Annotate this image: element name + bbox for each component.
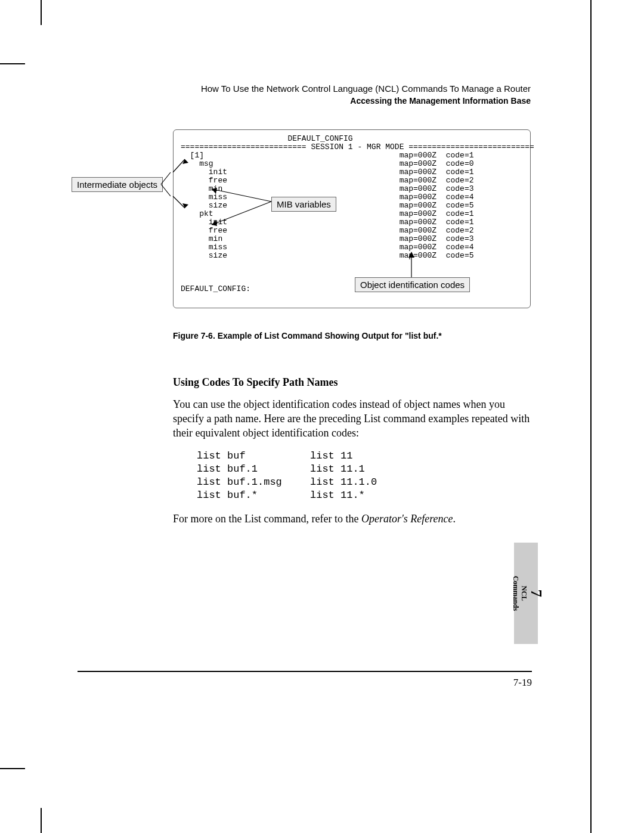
crop-mark bbox=[0, 63, 25, 64]
code-cell: list 11.1.0 bbox=[310, 476, 377, 489]
section-heading: Using Codes To Specify Path Names bbox=[173, 376, 531, 389]
footer-rule bbox=[78, 671, 532, 672]
code-row: list buf list 11 bbox=[197, 450, 531, 463]
svg-marker-3 bbox=[182, 203, 188, 208]
crop-mark bbox=[41, 808, 42, 833]
code-cell: list buf bbox=[197, 450, 310, 463]
tab-number: 7 bbox=[532, 576, 540, 611]
body-para-1: You can use the object identification co… bbox=[173, 397, 531, 440]
figure-caption: Figure 7-6. Example of List Command Show… bbox=[173, 331, 531, 340]
para2-emphasis: Operator's Reference bbox=[361, 513, 453, 525]
code-row: list buf.* list 11.* bbox=[197, 489, 531, 502]
svg-line-0 bbox=[173, 159, 185, 172]
svg-marker-5 bbox=[212, 188, 217, 194]
chapter-tab-text: 7 NCL Commands bbox=[512, 576, 540, 611]
code-example-block: list buf list 11 list buf.1 list 11.1 li… bbox=[197, 450, 531, 502]
figure-7-6: Intermediate objects DEFAULT_CONFIG ====… bbox=[78, 129, 531, 320]
svg-marker-1 bbox=[182, 159, 188, 164]
code-row: list buf.1 list 11.1 bbox=[197, 463, 531, 476]
svg-line-6 bbox=[212, 202, 271, 225]
code-cell: list buf.1.msg bbox=[197, 476, 310, 489]
code-cell: list 11.* bbox=[310, 489, 365, 502]
svg-marker-9 bbox=[408, 252, 414, 258]
running-subheader: Accessing the Management Information Bas… bbox=[78, 96, 531, 106]
code-cell: list 11.1 bbox=[310, 463, 365, 476]
figure-arrows bbox=[78, 129, 537, 308]
para2-post: . bbox=[453, 513, 456, 525]
page-number: 7-19 bbox=[513, 677, 532, 689]
tab-line1: NCL bbox=[520, 576, 528, 611]
para2-pre: For more on the List command, refer to t… bbox=[173, 513, 361, 525]
crop-mark bbox=[41, 0, 42, 25]
code-cell: list buf.1 bbox=[197, 463, 310, 476]
page-edge bbox=[590, 0, 592, 833]
code-cell: list 11 bbox=[310, 450, 352, 463]
code-cell: list buf.* bbox=[197, 489, 310, 502]
svg-line-4 bbox=[212, 189, 271, 202]
svg-marker-7 bbox=[212, 220, 217, 226]
tab-line2: Commands bbox=[512, 576, 520, 611]
crop-mark bbox=[0, 768, 25, 769]
svg-line-2 bbox=[173, 196, 185, 208]
page-content: How To Use the Network Control Language … bbox=[78, 83, 531, 535]
chapter-tab: 7 NCL Commands bbox=[514, 543, 538, 644]
code-row: list buf.1.msg list 11.1.0 bbox=[197, 476, 531, 489]
running-header: How To Use the Network Control Language … bbox=[78, 83, 531, 94]
body-para-2: For more on the List command, refer to t… bbox=[173, 512, 531, 526]
